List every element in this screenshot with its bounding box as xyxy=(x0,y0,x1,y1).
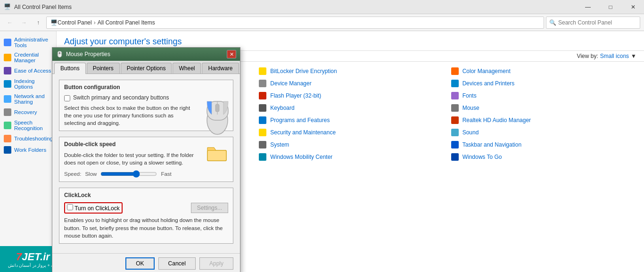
cp-item-taskbar[interactable]: Taskbar and Navigation xyxy=(448,139,636,150)
tab-buttons[interactable]: Buttons xyxy=(54,63,86,74)
cp-item-flash[interactable]: Flash Player (32-bit) xyxy=(256,90,444,101)
tab-hardware[interactable]: Hardware xyxy=(202,63,239,74)
cp-item-devmgr[interactable]: Device Manager xyxy=(256,78,444,89)
speed-slow: Slow xyxy=(85,171,97,177)
cp-item-system[interactable]: System xyxy=(256,139,444,150)
sidebar-item-workfolders[interactable]: Work Folders xyxy=(0,144,56,156)
clicklock-checkbox[interactable] xyxy=(67,204,73,210)
breadcrumb-icon: 🖥️ xyxy=(50,19,58,26)
view-by-link[interactable]: Small icons xyxy=(600,53,629,59)
credential-icon xyxy=(4,54,11,61)
cp-item-label: Mouse xyxy=(462,105,479,111)
realtek-icon xyxy=(451,116,459,124)
keyboard-icon xyxy=(259,104,266,112)
flash-icon xyxy=(259,92,266,99)
cp-item-bitlocker[interactable]: BitLocker Drive Encryption xyxy=(256,66,444,77)
sidebar-label-speech: Speech Recognition xyxy=(14,120,52,131)
recovery-icon xyxy=(4,108,11,116)
cancel-button[interactable]: Cancel xyxy=(158,257,196,270)
switch-checkbox[interactable] xyxy=(64,95,70,101)
sidebar-label-workfolders: Work Folders xyxy=(14,147,46,153)
cp-item-mouse[interactable]: Mouse xyxy=(448,102,636,114)
cp-item-realtek[interactable]: Realtek HD Audio Manager xyxy=(448,115,636,126)
breadcrumb-sep: › xyxy=(94,19,96,26)
sidebar-label-recovery: Recovery xyxy=(14,109,37,115)
view-by-label: View by: xyxy=(577,53,598,59)
search-box[interactable]: 🔍 xyxy=(546,16,640,29)
cp-item-mobility[interactable]: Windows Mobility Center xyxy=(256,151,444,163)
dialog-close-button[interactable]: ✕ xyxy=(227,50,236,58)
color-icon xyxy=(451,67,459,75)
sidebar-item-ease[interactable]: Ease of Access xyxy=(0,65,56,76)
sidebar: Administrative Tools Credential Manager … xyxy=(0,31,57,272)
mouse-graphic xyxy=(205,97,231,137)
cp-item-fonts[interactable]: Fonts xyxy=(448,90,636,101)
speech-icon xyxy=(4,122,11,129)
mobility-icon xyxy=(259,153,266,161)
settings-button[interactable]: Settings... xyxy=(191,203,228,213)
breadcrumb-path2: All Control Panel Items xyxy=(98,19,155,26)
back-button[interactable]: ← xyxy=(4,16,16,29)
sidebar-item-speech[interactable]: Speech Recognition xyxy=(0,118,56,133)
ok-button[interactable]: OK xyxy=(125,257,154,270)
watermark-tagline: جت + پرواز در آسمان دانش xyxy=(8,263,58,268)
speed-fast: Fast xyxy=(161,171,171,177)
troubleshoot-icon xyxy=(4,135,11,142)
devmgr-icon xyxy=(259,80,266,87)
dblclick-label: Double-click speed xyxy=(64,141,228,148)
workfolders-icon xyxy=(4,146,11,154)
tab-pointers[interactable]: Pointers xyxy=(87,63,120,74)
switch-checkbox-label[interactable]: Switch primary and secondary buttons xyxy=(73,94,169,101)
forward-button[interactable]: → xyxy=(18,16,30,29)
cp-item-sound[interactable]: Sound xyxy=(448,127,636,138)
cp-item-color[interactable]: Color Management xyxy=(448,66,636,77)
sidebar-item-credential[interactable]: Credential Manager xyxy=(0,50,56,65)
up-button[interactable]: ↑ xyxy=(32,16,44,29)
title-bar: 🖥️ All Control Panel Items — □ ✕ xyxy=(0,0,644,14)
clicklock-label: ClickLock xyxy=(64,192,228,198)
sidebar-item-network[interactable]: Network and Sharing xyxy=(0,91,56,107)
folder-graphic-area xyxy=(206,142,228,166)
speed-label: Speed: xyxy=(64,171,81,177)
close-button[interactable]: ✕ xyxy=(622,0,644,14)
apply-button[interactable]: Apply xyxy=(199,257,233,270)
watermark-logo: 7JET.ir xyxy=(16,251,50,263)
cp-item-label: Security and Maintenance xyxy=(270,129,336,136)
admin-icon xyxy=(4,39,11,46)
sound-icon xyxy=(451,129,459,136)
devices-icon xyxy=(451,80,459,87)
speed-slider[interactable] xyxy=(100,170,157,178)
sidebar-item-recovery[interactable]: Recovery xyxy=(0,107,56,118)
indexing-icon xyxy=(4,80,11,88)
sidebar-item-indexing[interactable]: Indexing Options xyxy=(0,76,56,91)
cp-item-keyboard[interactable]: Keyboard xyxy=(256,102,444,114)
maximize-button[interactable]: □ xyxy=(600,0,621,14)
sidebar-item-troubleshoot[interactable]: Troubleshooting xyxy=(0,133,56,144)
switch-checkbox-row: Switch primary and secondary buttons xyxy=(64,94,228,101)
tab-pointer-options[interactable]: Pointer Options xyxy=(121,63,172,74)
sidebar-label-indexing: Indexing Options xyxy=(14,78,52,90)
cp-item-programs[interactable]: Programs and Features xyxy=(256,115,444,126)
address-path[interactable]: 🖥️ Control Panel › All Control Panel Ite… xyxy=(46,16,544,29)
minimize-button[interactable]: — xyxy=(577,0,599,14)
cp-item-label: Device Manager xyxy=(270,80,311,87)
cp-item-devices[interactable]: Devices and Printers xyxy=(448,78,636,89)
search-input[interactable] xyxy=(558,19,637,26)
svg-rect-3 xyxy=(215,104,219,112)
cp-item-wintogo[interactable]: Windows To Go xyxy=(448,151,636,163)
cp-item-label: Devices and Printers xyxy=(462,80,515,87)
button-config-label: Button configuration xyxy=(64,84,228,91)
search-icon: 🔍 xyxy=(549,19,556,26)
sidebar-item-admin[interactable]: Administrative Tools xyxy=(0,35,56,50)
cp-item-label: Keyboard xyxy=(270,105,294,111)
cp-item-security[interactable]: Security and Maintenance xyxy=(256,127,444,138)
tab-wheel[interactable]: Wheel xyxy=(173,63,201,74)
cp-item-label: Realtek HD Audio Manager xyxy=(462,117,531,124)
switch-description: Select this check box to make the button… xyxy=(64,104,228,127)
clicklock-highlight: Turn on ClickLock xyxy=(64,202,123,214)
mouse-icon xyxy=(451,104,459,112)
clicklock-section: ClickLock Turn on ClickLock Settings... … xyxy=(59,188,233,243)
cp-item-label: System xyxy=(270,141,289,148)
clicklock-checkbox-label[interactable]: Turn on ClickLock xyxy=(74,205,120,212)
sidebar-label-admin: Administrative Tools xyxy=(14,37,52,48)
